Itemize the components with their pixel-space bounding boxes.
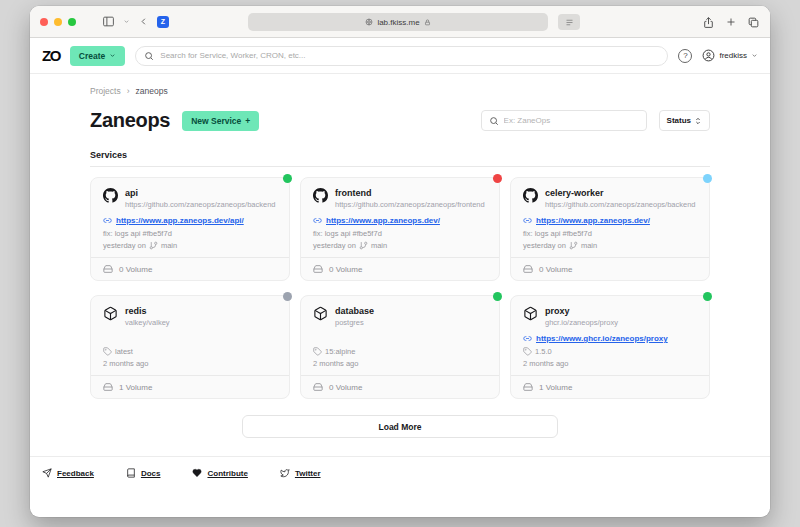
create-button[interactable]: Create: [70, 46, 125, 66]
chevrons-up-down-icon: [694, 117, 702, 125]
service-source: https://github.com/zaneops/zaneops/backe…: [545, 200, 696, 209]
service-source: ghcr.io/zaneops/proxy: [545, 318, 618, 327]
service-url-link[interactable]: https://www.ghcr.io/zaneops/proxy: [536, 334, 668, 343]
address-bar[interactable]: lab.fkiss.me: [248, 13, 548, 31]
load-more-button[interactable]: Load More: [242, 415, 558, 438]
git-branch-icon: [149, 241, 158, 250]
tag-icon: [103, 347, 112, 356]
volume-count: 0 Volume: [119, 265, 152, 274]
status-filter-button[interactable]: Status: [659, 110, 710, 131]
status-dot: [493, 174, 502, 183]
close-window-button[interactable]: [40, 18, 48, 26]
help-button[interactable]: ?: [678, 49, 692, 63]
minimize-window-button[interactable]: [54, 18, 62, 26]
service-name: proxy: [545, 306, 618, 316]
new-tab-button[interactable]: [725, 16, 737, 28]
updated-at: 2 months ago: [523, 359, 697, 368]
footer-link-feedback[interactable]: Feedback: [42, 468, 94, 478]
status-dot: [703, 292, 712, 301]
service-card-database[interactable]: database postgres 15:alpine 2 months ago…: [300, 295, 500, 399]
service-card-api[interactable]: api https://github.com/zaneops/zaneops/b…: [90, 177, 290, 281]
user-menu[interactable]: fredkiss: [702, 49, 758, 62]
url-text: lab.fkiss.me: [377, 18, 419, 27]
page-favicon: Z: [157, 16, 169, 28]
link-icon: [523, 334, 532, 343]
service-url-link[interactable]: https://www.app.zaneops.dev/api/: [116, 216, 244, 225]
service-card-proxy[interactable]: proxy ghcr.io/zaneops/proxy https://www.…: [510, 295, 710, 399]
chevron-down-icon: [751, 52, 758, 59]
service-name: redis: [125, 306, 170, 316]
avatar-icon: [702, 49, 715, 62]
back-button[interactable]: [138, 16, 149, 27]
service-name: api: [125, 188, 276, 198]
service-url-link[interactable]: https://www.app.zaneops.dev/: [536, 216, 650, 225]
branch-name: main: [371, 241, 387, 250]
sidebar-toggle-button[interactable]: [102, 15, 115, 28]
branch-name: main: [161, 241, 177, 250]
plus-icon: +: [245, 116, 250, 126]
service-card-celery-worker[interactable]: celery-worker https://github.com/zaneops…: [510, 177, 710, 281]
volume-count: 0 Volume: [539, 265, 572, 274]
github-icon: [313, 188, 328, 203]
tab-overview-button[interactable]: [747, 16, 760, 29]
git-branch-icon: [569, 241, 578, 250]
services-heading: Services: [90, 150, 710, 160]
github-icon: [523, 188, 538, 203]
page-footer: Feedback Docs Contribute Twitter: [30, 456, 770, 517]
volume-row: 1 Volume: [91, 375, 289, 398]
browser-window: Z lab.fkiss.me ZO Create ? fredkis: [30, 6, 770, 517]
volume-count: 1 Volume: [119, 383, 152, 392]
status-dot: [283, 174, 292, 183]
hard-drive-icon: [313, 382, 323, 392]
global-search[interactable]: [135, 46, 668, 66]
status-dot: [283, 292, 292, 301]
book-icon: [126, 468, 136, 478]
send-icon: [42, 468, 52, 478]
image-tag: 15:alpine: [325, 347, 355, 356]
commit-message: fix: logs api #fbe5f7d: [523, 229, 697, 238]
chevron-down-icon: [109, 52, 116, 59]
chevron-down-icon[interactable]: [123, 18, 130, 25]
service-card-redis[interactable]: redis valkey/valkey latest 2 months ago …: [90, 295, 290, 399]
footer-link-docs[interactable]: Docs: [126, 468, 161, 478]
updated-at: 2 months ago: [103, 359, 277, 368]
volume-row: 0 Volume: [91, 257, 289, 280]
link-icon: [103, 216, 112, 225]
breadcrumb-separator: ›: [127, 86, 130, 96]
status-dot: [703, 174, 712, 183]
service-filter[interactable]: [481, 110, 647, 131]
deploy-meta: yesterday on main: [313, 241, 487, 250]
volume-count: 0 Volume: [329, 383, 362, 392]
services-grid: api https://github.com/zaneops/zaneops/b…: [90, 177, 710, 399]
service-card-frontend[interactable]: frontend https://github.com/zaneops/zane…: [300, 177, 500, 281]
volume-row: 0 Volume: [511, 257, 709, 280]
new-service-button[interactable]: New Service +: [182, 111, 259, 131]
branch-name: main: [581, 241, 597, 250]
service-url-link[interactable]: https://www.app.zaneops.dev/: [326, 216, 440, 225]
footer-link-contribute[interactable]: Contribute: [192, 468, 247, 478]
service-name: celery-worker: [545, 188, 696, 198]
traffic-lights: [40, 18, 76, 26]
zoom-window-button[interactable]: [68, 18, 76, 26]
share-button[interactable]: [702, 16, 715, 29]
image-tag: latest: [115, 347, 133, 356]
service-source: postgres: [335, 318, 374, 327]
deploy-meta: yesterday on main: [523, 241, 697, 250]
hard-drive-icon: [313, 264, 323, 274]
breadcrumb-projects[interactable]: Projects: [90, 86, 121, 96]
service-source: https://github.com/zaneops/zaneops/backe…: [125, 200, 276, 209]
app-logo[interactable]: ZO: [42, 47, 60, 64]
reader-mode-button[interactable]: [558, 14, 580, 30]
status-dot: [493, 292, 502, 301]
global-search-input[interactable]: [160, 51, 659, 60]
service-source: valkey/valkey: [125, 318, 170, 327]
footer-link-twitter[interactable]: Twitter: [280, 468, 321, 478]
hard-drive-icon: [103, 382, 113, 392]
service-name: frontend: [335, 188, 485, 198]
service-source: https://github.com/zaneops/zaneops/front…: [335, 200, 485, 209]
username: fredkiss: [719, 51, 747, 60]
deploy-meta: yesterday on main: [103, 241, 277, 250]
service-filter-input[interactable]: [504, 116, 639, 125]
main-content: Projects › zaneops Zaneops New Service +…: [30, 74, 770, 438]
volume-count: 1 Volume: [539, 383, 572, 392]
